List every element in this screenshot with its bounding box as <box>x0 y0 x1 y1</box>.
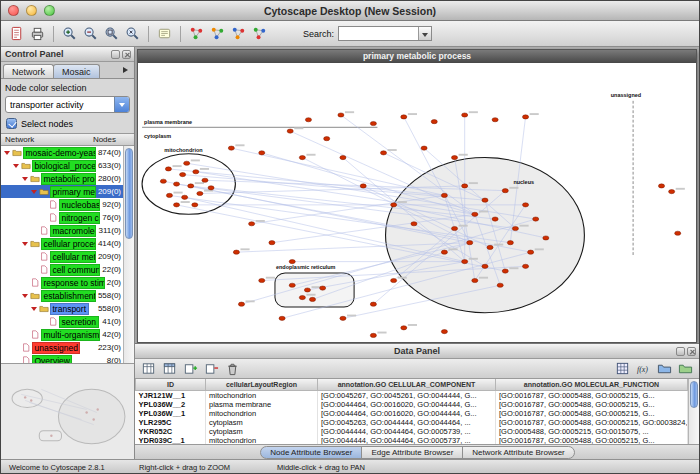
data-panel-titlebar[interactable]: Data Panel <box>135 344 699 359</box>
clear-attribute-icon[interactable] <box>223 359 242 378</box>
network-node[interactable] <box>401 115 407 119</box>
network-node[interactable] <box>304 288 310 292</box>
network-node[interactable] <box>462 184 468 188</box>
network-node[interactable] <box>523 264 529 268</box>
tree-row[interactable]: cellular metabo209(0) <box>1 250 123 263</box>
window-titlebar[interactable]: Cytoscape Desktop (New Session) <box>1 1 699 21</box>
expand-arrow-icon[interactable] <box>31 302 39 315</box>
tree-row[interactable]: secretion41(0) <box>1 315 123 328</box>
network-node[interactable] <box>299 295 305 299</box>
network-node[interactable] <box>324 137 330 141</box>
table-cell[interactable]: plasma membrane <box>206 400 318 409</box>
tree-row[interactable]: establishment of lo558(0) <box>1 289 123 302</box>
network-node[interactable] <box>165 167 171 171</box>
network-node[interactable] <box>451 226 457 230</box>
network-node[interactable] <box>492 118 498 122</box>
network-node[interactable] <box>462 260 468 264</box>
table-cell[interactable]: cytoplasm <box>206 427 318 436</box>
network-node[interactable] <box>182 195 188 199</box>
tab-edge-attribute-browser[interactable]: Edge Attribute Browser <box>361 446 463 459</box>
float-panel-icon[interactable] <box>676 347 685 356</box>
network-node[interactable] <box>180 173 186 177</box>
search-dropdown-icon[interactable] <box>418 27 431 40</box>
network-node[interactable] <box>411 222 417 226</box>
network-node[interactable] <box>370 302 376 306</box>
tree-row[interactable]: transport558(0) <box>1 302 123 315</box>
network-node[interactable] <box>193 170 199 174</box>
network-node[interactable] <box>523 115 529 119</box>
network-node[interactable] <box>192 203 198 207</box>
float-panel-icon[interactable] <box>111 50 120 59</box>
table-row[interactable]: YKR052Ccytoplasm[GO:0044444, GO:0044464,… <box>136 427 688 436</box>
formula-builder-icon[interactable]: f(x) <box>634 359 653 378</box>
network-node[interactable] <box>497 283 503 287</box>
network-node[interactable] <box>658 184 664 188</box>
network-node[interactable] <box>370 333 376 337</box>
tree-row[interactable]: Overview8(0) <box>1 354 123 363</box>
table-cell[interactable]: [GO:0045267, GO:0045261, GO:0044444, G..… <box>318 390 496 400</box>
network-node[interactable] <box>451 155 457 159</box>
network-node[interactable] <box>289 260 295 264</box>
network-node[interactable] <box>287 129 293 133</box>
select-nodes-checkbox[interactable] <box>6 118 17 129</box>
birdseye-view[interactable] <box>1 363 134 459</box>
tree-row[interactable]: cell communica22(0) <box>1 263 123 276</box>
table-row[interactable]: YPL036W__1mitochondrion[GO:0044464, GO:0… <box>136 409 688 418</box>
network-node[interactable] <box>174 182 180 186</box>
print-icon[interactable] <box>28 24 47 43</box>
network-node[interactable] <box>492 217 498 221</box>
tree-row[interactable]: nucleobase92(0) <box>1 198 123 211</box>
network-node[interactable] <box>340 316 346 320</box>
network-node[interactable] <box>279 316 285 320</box>
table-cell[interactable]: YJR121W__1 <box>136 390 206 400</box>
tree-row[interactable]: biological_process633(0) <box>1 159 123 172</box>
table-cell[interactable]: [GO:0044464, GO:0016020, GO:0044444, G..… <box>318 409 496 418</box>
network-node[interactable] <box>166 193 172 197</box>
table-cell[interactable]: mitochondrion <box>206 436 318 445</box>
network-node[interactable] <box>174 203 180 207</box>
network-node[interactable] <box>197 191 203 195</box>
network-node[interactable] <box>669 190 675 194</box>
tab-overflow-icon[interactable] <box>120 65 132 77</box>
table-cell[interactable]: mitochondrion <box>206 409 318 418</box>
network-node[interactable] <box>512 226 518 230</box>
zoom-fit-icon[interactable] <box>123 24 142 43</box>
node-color-dropdown[interactable]: transporter activity <box>5 96 130 113</box>
network-node[interactable] <box>228 146 234 150</box>
network-node[interactable] <box>360 184 366 188</box>
network-node[interactable] <box>370 121 376 125</box>
network-node[interactable] <box>523 203 529 207</box>
matrix-view-icon[interactable] <box>613 359 632 378</box>
network-node[interactable] <box>482 264 488 268</box>
table-cell[interactable]: [GO:0044444, GO:0044464, GO:0005737, ... <box>318 436 496 445</box>
tree-row[interactable]: multi-organism pro42(0) <box>1 328 123 341</box>
tree-row[interactable]: response to stimul2(0) <box>1 276 123 289</box>
table-cell[interactable]: cytoplasm <box>206 418 318 427</box>
network-node[interactable] <box>233 250 239 254</box>
network-node[interactable] <box>184 161 190 165</box>
table-cell[interactable]: [GO:0016787, GO:0005488, GO:0005215, G..… <box>496 409 688 418</box>
network-node[interactable] <box>543 236 549 240</box>
table-row[interactable]: YLR295Ccytoplasm[GO:0045263, GO:0044444,… <box>136 418 688 427</box>
network-view-title[interactable]: primary metabolic process <box>138 50 696 63</box>
network-node[interactable] <box>305 118 311 122</box>
save-session-icon[interactable] <box>7 24 26 43</box>
tree-row[interactable]: cellular process414(0) <box>1 237 123 250</box>
expand-arrow-icon[interactable] <box>22 237 30 250</box>
expand-arrow-icon[interactable] <box>22 172 30 185</box>
network-node[interactable] <box>441 250 447 254</box>
network-node[interactable] <box>533 217 539 221</box>
tree-scrollbar-thumb[interactable] <box>125 148 133 239</box>
network-node[interactable] <box>462 113 468 117</box>
network-node[interactable] <box>309 297 315 301</box>
tree-scrollbar[interactable] <box>123 146 134 363</box>
new-attribute-icon[interactable] <box>181 359 200 378</box>
network-edge[interactable] <box>231 148 444 195</box>
unselect-attributes-icon[interactable] <box>160 359 179 378</box>
first-neighbors-icon[interactable] <box>187 24 206 43</box>
table-cell[interactable]: YPL036W__1 <box>136 409 206 418</box>
expand-arrow-icon[interactable] <box>22 289 30 302</box>
tree-row[interactable]: mosaic-demo-yeast874(0) <box>1 146 123 159</box>
import-table-icon[interactable] <box>655 359 674 378</box>
table-cell[interactable]: mitochondrion <box>206 390 318 400</box>
